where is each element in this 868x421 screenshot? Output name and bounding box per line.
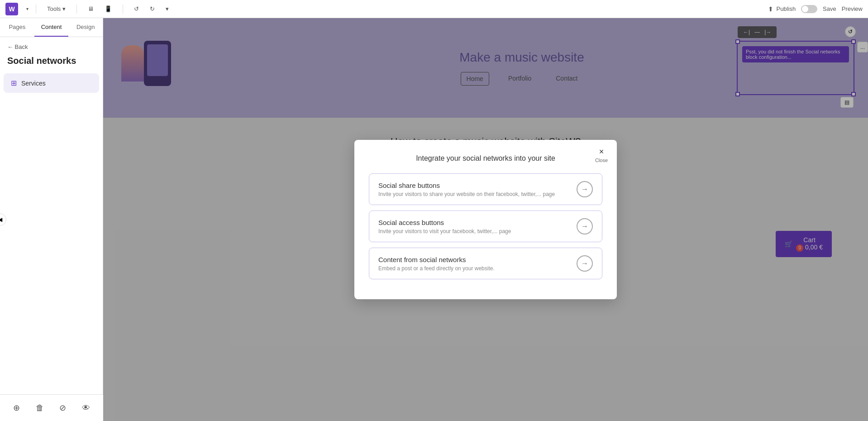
publish-label: Publish bbox=[776, 5, 796, 12]
mobile-device-button[interactable]: 📱 bbox=[101, 4, 115, 14]
undo-button[interactable]: ↺ bbox=[130, 4, 143, 14]
tools-arrow: ▾ bbox=[62, 5, 66, 12]
toolbar-right: ⬆ Publish Save Preview bbox=[768, 5, 863, 13]
divider-3 bbox=[123, 5, 123, 14]
modal-option-content-desc: Embed a post or a feed directly on your … bbox=[378, 265, 569, 272]
tab-design[interactable]: Design bbox=[68, 18, 103, 37]
sidebar-bottom: ⊕ 🗑 ⊘ 👁 bbox=[0, 394, 103, 421]
delete-button[interactable]: 🗑 bbox=[33, 400, 47, 416]
desktop-device-button[interactable]: 🖥 bbox=[84, 4, 97, 14]
tab-pages[interactable]: Pages bbox=[0, 18, 34, 37]
modal-option-share[interactable]: Social share buttons Invite your visitor… bbox=[369, 173, 602, 205]
modal-overlay: × Close Integrate your social networks i… bbox=[103, 18, 868, 421]
modal-option-content-content: Content from social networks Embed a pos… bbox=[378, 256, 569, 272]
more-history-button[interactable]: ▾ bbox=[162, 4, 172, 14]
modal-option-access-title: Social access buttons bbox=[378, 219, 569, 226]
sidebar-item-services[interactable]: ⊞ Services bbox=[4, 73, 99, 93]
visibility-button[interactable]: 👁 bbox=[79, 400, 93, 416]
device-section: 🖥 📱 bbox=[84, 4, 115, 14]
tools-button[interactable]: Tools ▾ bbox=[43, 4, 69, 14]
services-icon: ⊞ bbox=[11, 79, 17, 87]
history-section: ↺ ↻ ▾ bbox=[130, 4, 172, 14]
tools-section: Tools ▾ bbox=[43, 4, 69, 14]
publish-icon: ⬆ bbox=[768, 5, 773, 13]
close-icon: × bbox=[599, 147, 604, 157]
sidebar: Pages Content Design ← Back Social netwo… bbox=[0, 18, 103, 421]
divider-2 bbox=[76, 5, 77, 14]
services-label: Services bbox=[21, 80, 46, 87]
close-label: Close bbox=[595, 158, 608, 163]
modal-option-content[interactable]: Content from social networks Embed a pos… bbox=[369, 248, 602, 279]
modal-option-content-title: Content from social networks bbox=[378, 256, 569, 263]
modal: × Close Integrate your social networks i… bbox=[354, 140, 617, 299]
save-button[interactable]: Save bbox=[823, 5, 836, 12]
divider-1 bbox=[36, 5, 36, 14]
modal-title: Integrate your social networks into your… bbox=[369, 154, 602, 163]
modal-option-share-desc: Invite your visitors to share your websi… bbox=[378, 191, 569, 197]
modal-option-share-title: Social share buttons bbox=[378, 182, 569, 189]
modal-option-access[interactable]: Social access buttons Invite your visito… bbox=[369, 210, 602, 242]
modal-option-access-desc: Invite your visitors to visit your faceb… bbox=[378, 228, 569, 234]
tools-label: Tools bbox=[47, 5, 61, 12]
publish-button[interactable]: ⬆ Publish bbox=[768, 5, 796, 13]
logo-dropdown[interactable]: ▾ bbox=[26, 6, 29, 11]
modal-close-button[interactable]: × Close bbox=[595, 147, 608, 163]
modal-option-access-arrow[interactable]: → bbox=[577, 218, 593, 234]
add-block-button[interactable]: ⊕ bbox=[10, 400, 23, 416]
redo-button[interactable]: ↻ bbox=[146, 4, 158, 14]
preview-button[interactable]: Preview bbox=[842, 5, 863, 12]
sidebar-title: Social networks bbox=[0, 54, 103, 73]
logo[interactable]: W bbox=[5, 3, 18, 15]
sidebar-back-button[interactable]: ← Back bbox=[0, 37, 103, 54]
modal-option-share-arrow[interactable]: → bbox=[577, 181, 593, 197]
modal-option-share-content: Social share buttons Invite your visitor… bbox=[378, 182, 569, 197]
modal-option-content-arrow[interactable]: → bbox=[577, 255, 593, 272]
sidebar-tabs: Pages Content Design bbox=[0, 18, 103, 37]
sidebar-collapse-handle[interactable]: ◀ bbox=[0, 213, 6, 226]
canvas-area: Make a music website Home Portfolio Cont… bbox=[103, 18, 868, 421]
tab-content[interactable]: Content bbox=[34, 18, 69, 37]
toolbar: W ▾ Tools ▾ 🖥 📱 ↺ ↻ ▾ ⬆ Publish Save Pre… bbox=[0, 0, 868, 18]
modal-option-access-content: Social access buttons Invite your visito… bbox=[378, 219, 569, 234]
publish-toggle[interactable] bbox=[801, 5, 817, 13]
layers-button[interactable]: ⊘ bbox=[57, 400, 69, 416]
